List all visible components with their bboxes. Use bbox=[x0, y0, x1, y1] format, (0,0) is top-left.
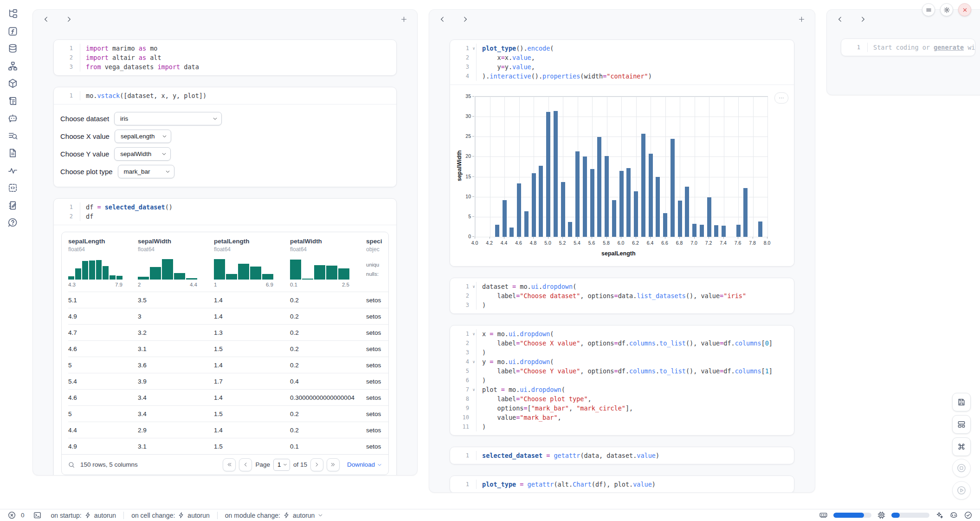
download-button[interactable]: Download bbox=[347, 461, 382, 468]
add-cell-icon[interactable] bbox=[400, 15, 408, 23]
help-icon[interactable] bbox=[7, 217, 18, 228]
chart-bar[interactable] bbox=[575, 151, 580, 237]
table-header-cell[interactable]: petalWidthfloat640.12.5 bbox=[290, 238, 366, 292]
chevron-right-icon[interactable] bbox=[859, 15, 867, 23]
imports-cell[interactable]: 1import marimo as mo2import altair as al… bbox=[53, 39, 397, 76]
runtime-config-item[interactable]: on startup:autorun bbox=[51, 512, 116, 519]
code-editor[interactable]: 1mo.vstack([dataset, x, y, plot]) bbox=[54, 87, 396, 104]
chart-bar[interactable] bbox=[517, 183, 521, 237]
table-row[interactable]: 4.931.40.2setos bbox=[68, 308, 388, 324]
dropdown-select[interactable]: sepalWidth bbox=[120, 150, 159, 157]
chart-bar[interactable] bbox=[612, 200, 616, 237]
search-icon[interactable] bbox=[68, 461, 75, 469]
chevron-right-icon[interactable] bbox=[461, 15, 469, 23]
chart-bar[interactable] bbox=[503, 200, 507, 237]
runtime-config-item[interactable]: on cell change:autorun bbox=[123, 512, 210, 519]
selected-dataset-cell[interactable]: 1selected_dataset = getattr(data, datase… bbox=[450, 447, 794, 464]
ai-sparkles-icon[interactable] bbox=[935, 511, 944, 520]
chevron-left-icon[interactable] bbox=[42, 15, 50, 23]
altair-chart[interactable]: 4.04.24.44.64.85.05.25.45.65.86.06.26.46… bbox=[450, 85, 794, 266]
errors-icon[interactable] bbox=[7, 511, 16, 520]
code-editor[interactable]: 1import marimo as mo2import altair as al… bbox=[54, 40, 396, 75]
runtime-config-item[interactable]: on module change:autorun bbox=[217, 512, 324, 519]
dataset-dropdown-cell[interactable]: 1∨dataset = mo.ui.dropdown(2 label="Choo… bbox=[450, 278, 794, 314]
first-page-button[interactable] bbox=[223, 458, 236, 471]
select-dataset[interactable]: iris bbox=[114, 112, 222, 125]
chart-bar[interactable] bbox=[692, 224, 696, 237]
notebook-menu-button[interactable] bbox=[922, 3, 935, 16]
dropdown-select[interactable]: sepalLength bbox=[121, 133, 160, 140]
chart-bar[interactable] bbox=[495, 225, 499, 237]
chart-bar[interactable] bbox=[714, 225, 718, 237]
plot-cell[interactable]: 1∨plot_type().encode(2 x=x.value,3 y=y.v… bbox=[450, 39, 794, 267]
table-row[interactable]: 4.63.11.50.2setos bbox=[68, 340, 388, 357]
chart-bar[interactable] bbox=[605, 156, 609, 237]
chart-bar[interactable] bbox=[561, 182, 565, 237]
chart-bar[interactable] bbox=[649, 154, 653, 237]
fold-chevron-icon[interactable]: ∨ bbox=[471, 282, 476, 291]
chart-bar[interactable] bbox=[626, 168, 631, 237]
table-header-cell[interactable]: sepalWidthfloat6424.4 bbox=[138, 238, 214, 292]
dependency-graph-icon[interactable] bbox=[7, 61, 18, 72]
fold-chevron-icon[interactable]: ∨ bbox=[471, 329, 476, 339]
table-row[interactable]: 4.42.91.40.2setos bbox=[68, 422, 388, 438]
fold-chevron-icon[interactable]: ∨ bbox=[471, 385, 476, 394]
chevron-left-icon[interactable] bbox=[438, 15, 446, 23]
layout-button[interactable] bbox=[952, 415, 971, 434]
next-page-button[interactable] bbox=[310, 458, 323, 471]
chart-bar[interactable] bbox=[671, 139, 675, 237]
code-editor[interactable]: 1∨dataset = mo.ui.dropdown(2 label="Choo… bbox=[450, 278, 794, 313]
chart-bar[interactable] bbox=[539, 166, 543, 237]
save-button[interactable] bbox=[952, 393, 971, 411]
dropdown-select[interactable]: iris bbox=[120, 115, 210, 122]
table-row[interactable]: 5.43.91.70.4setos bbox=[68, 373, 388, 389]
package-icon[interactable] bbox=[7, 78, 18, 89]
chart-bar[interactable] bbox=[597, 137, 601, 237]
chart-bar[interactable] bbox=[532, 173, 536, 237]
xy-plot-dropdowns-cell[interactable]: 1∨x = mo.ui.dropdown(2 label="Choose X v… bbox=[450, 325, 794, 436]
chat-bot-icon[interactable] bbox=[7, 113, 18, 124]
plot-type-cell[interactable]: 1plot_type = getattr(alt.Chart(df), plot… bbox=[450, 475, 794, 493]
script-icon[interactable] bbox=[7, 96, 18, 106]
fold-chevron-icon[interactable]: ∨ bbox=[471, 44, 476, 53]
function-icon[interactable] bbox=[7, 26, 18, 37]
chart-bar[interactable] bbox=[758, 221, 762, 237]
chart-bar[interactable] bbox=[583, 156, 587, 237]
table-row[interactable]: 53.41.50.2setos bbox=[68, 405, 388, 422]
stop-button[interactable] bbox=[952, 459, 971, 477]
scratchpad-icon[interactable] bbox=[7, 200, 18, 211]
page-number-select[interactable]: 1 bbox=[277, 461, 281, 468]
copilot-icon[interactable] bbox=[949, 511, 958, 520]
code-editor[interactable]: 1∨plot_type().encode(2 x=x.value,3 y=y.v… bbox=[450, 40, 794, 85]
chart-bar[interactable] bbox=[590, 169, 594, 237]
chart-bar[interactable] bbox=[546, 112, 550, 237]
chart-bar[interactable] bbox=[722, 226, 726, 237]
chart-bar[interactable] bbox=[568, 222, 572, 237]
empty-code-cell[interactable]: 1 Start coding or generate with bbox=[841, 39, 975, 56]
table-header-cell[interactable]: speciobjecuniqunulls: bbox=[366, 238, 388, 292]
table-row[interactable]: 4.93.11.50.1setos bbox=[68, 438, 388, 454]
shutdown-button[interactable] bbox=[958, 3, 971, 16]
select-plot-type[interactable]: mark_bar bbox=[118, 165, 174, 178]
dataframe-cell[interactable]: 1df = selected_dataset()2dfsepalLengthfl… bbox=[53, 198, 397, 475]
add-cell-icon[interactable] bbox=[798, 15, 806, 23]
code-placeholder[interactable]: Start coding or generate with bbox=[867, 43, 975, 52]
fold-chevron-icon[interactable]: ∨ bbox=[471, 357, 476, 366]
table-row[interactable]: 53.61.40.2setos bbox=[68, 357, 388, 373]
code-editor[interactable]: 1∨x = mo.ui.dropdown(2 label="Choose X v… bbox=[450, 326, 794, 435]
settings-button[interactable] bbox=[940, 3, 953, 16]
chart-bar[interactable] bbox=[656, 177, 660, 237]
chart-bar[interactable] bbox=[554, 111, 558, 237]
chart-bar[interactable] bbox=[524, 211, 529, 237]
chart-bar[interactable] bbox=[743, 188, 748, 237]
table-row[interactable]: 4.63.41.40.30000000000000004setos bbox=[68, 389, 388, 405]
tracing-icon[interactable] bbox=[7, 165, 18, 176]
chevron-right-icon[interactable] bbox=[65, 15, 73, 23]
last-page-button[interactable] bbox=[327, 458, 340, 471]
snippets-icon[interactable] bbox=[7, 182, 18, 193]
connection-status-icon[interactable] bbox=[964, 511, 973, 520]
table-row[interactable]: 5.13.51.40.2setos bbox=[68, 292, 388, 308]
generate-link[interactable]: generate bbox=[934, 44, 964, 51]
chart-bar[interactable] bbox=[685, 187, 689, 237]
chart-bar[interactable] bbox=[736, 225, 741, 237]
